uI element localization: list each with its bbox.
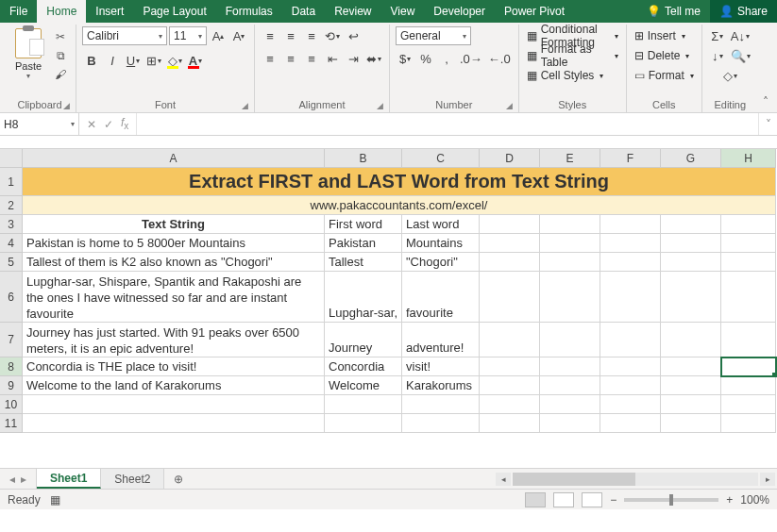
- zoom-slider[interactable]: [624, 498, 718, 502]
- col-header-f[interactable]: F: [600, 149, 661, 168]
- zoom-in-button[interactable]: +: [726, 493, 733, 507]
- cell[interactable]: [480, 357, 540, 376]
- fill-button[interactable]: ↓▾: [708, 46, 727, 65]
- cell[interactable]: [540, 357, 600, 376]
- cell[interactable]: [480, 376, 540, 395]
- row-header[interactable]: 9: [0, 376, 23, 395]
- share-button[interactable]: 👤Share: [710, 0, 777, 23]
- cell[interactable]: Lupghar-sar, Shispare, Spantik and Rakap…: [23, 272, 325, 323]
- cell[interactable]: visit!: [402, 357, 480, 376]
- cell[interactable]: Concordia: [325, 357, 402, 376]
- sheet-tab-2[interactable]: Sheet2: [101, 469, 164, 489]
- cell[interactable]: [600, 234, 661, 253]
- cell[interactable]: [600, 357, 661, 376]
- decrease-indent-button[interactable]: ⇤: [323, 49, 342, 68]
- tab-view[interactable]: View: [381, 0, 425, 23]
- tab-data[interactable]: Data: [282, 0, 325, 23]
- cell[interactable]: [661, 357, 721, 376]
- active-cell[interactable]: [721, 357, 776, 376]
- col-header-e[interactable]: E: [540, 149, 600, 168]
- cell[interactable]: [23, 395, 325, 414]
- scroll-left-button[interactable]: ◂: [496, 473, 511, 486]
- paste-button[interactable]: Paste ▾: [9, 26, 47, 97]
- decrease-decimal-button[interactable]: ←.0: [486, 49, 513, 68]
- col-header-g[interactable]: G: [661, 149, 721, 168]
- row-header[interactable]: 8: [0, 357, 23, 376]
- col-header-c[interactable]: C: [402, 149, 480, 168]
- scroll-thumb[interactable]: [513, 473, 635, 486]
- cell[interactable]: [600, 323, 661, 357]
- tab-power-pivot[interactable]: Power Pivot: [495, 0, 574, 23]
- accounting-button[interactable]: $▾: [396, 49, 414, 68]
- expand-formula-bar-button[interactable]: ˅: [758, 113, 777, 135]
- cell-title[interactable]: Extract FIRST and LAST Word from Text St…: [23, 168, 776, 196]
- cell[interactable]: [480, 395, 540, 414]
- border-button[interactable]: ⊞▾: [144, 51, 163, 70]
- cell[interactable]: Journey has just started. With 91 peaks …: [23, 323, 325, 357]
- cell[interactable]: [721, 234, 776, 253]
- sort-filter-button[interactable]: A↓▾: [729, 26, 752, 45]
- italic-button[interactable]: I: [103, 51, 122, 70]
- cell[interactable]: [540, 215, 600, 234]
- dialog-launcher-icon[interactable]: ◢: [242, 101, 248, 110]
- cell[interactable]: "Chogori": [402, 253, 480, 272]
- cell[interactable]: [600, 414, 661, 433]
- align-left-button[interactable]: ≡: [261, 49, 279, 68]
- fx-button[interactable]: fx: [121, 116, 128, 131]
- dialog-launcher-icon[interactable]: ◢: [377, 101, 383, 110]
- dialog-launcher-icon[interactable]: ◢: [506, 101, 513, 110]
- cell[interactable]: Welcome to the land of Karakorums: [23, 376, 325, 395]
- cell[interactable]: [480, 234, 540, 253]
- row-header[interactable]: 7: [0, 323, 23, 357]
- tab-insert[interactable]: Insert: [86, 0, 133, 23]
- cell[interactable]: [540, 323, 600, 357]
- row-header[interactable]: 10: [0, 395, 23, 414]
- tab-formulas[interactable]: Formulas: [216, 0, 282, 23]
- autosum-button[interactable]: Σ▾: [708, 26, 727, 45]
- zoom-level[interactable]: 100%: [740, 493, 769, 507]
- cell[interactable]: Tallest: [325, 253, 402, 272]
- row-header[interactable]: 6: [0, 272, 23, 323]
- align-center-button[interactable]: ≡: [281, 49, 300, 68]
- cell[interactable]: Journey: [325, 323, 402, 357]
- format-painter-button[interactable]: 🖌: [51, 66, 70, 83]
- tell-me[interactable]: 💡Tell me: [637, 0, 710, 23]
- cell[interactable]: Pakistan is home to 5 8000er Mountains: [23, 234, 325, 253]
- dialog-launcher-icon[interactable]: ◢: [63, 101, 70, 110]
- decrease-font-button[interactable]: A▾: [229, 26, 248, 45]
- worksheet-grid[interactable]: A B C D E F G H 1 Extract FIRST and LAST…: [0, 149, 777, 468]
- normal-view-button[interactable]: [525, 492, 546, 507]
- cell[interactable]: [540, 253, 600, 272]
- cell[interactable]: [721, 253, 776, 272]
- cell[interactable]: [661, 323, 721, 357]
- bold-button[interactable]: B: [82, 51, 101, 70]
- tab-review[interactable]: Review: [325, 0, 380, 23]
- font-name-combo[interactable]: Calibri▾: [82, 26, 167, 45]
- cell[interactable]: [661, 253, 721, 272]
- find-select-button[interactable]: 🔍▾: [729, 46, 752, 65]
- row-header[interactable]: 4: [0, 234, 23, 253]
- cell[interactable]: [600, 253, 661, 272]
- row-header[interactable]: 2: [0, 196, 23, 215]
- row-header[interactable]: 11: [0, 414, 23, 433]
- name-box[interactable]: H8▾: [0, 113, 79, 135]
- cell[interactable]: [480, 253, 540, 272]
- cell[interactable]: [325, 414, 402, 433]
- cell[interactable]: [402, 395, 480, 414]
- tab-home[interactable]: Home: [37, 0, 86, 23]
- comma-button[interactable]: ,: [437, 49, 456, 68]
- font-size-combo[interactable]: 11▾: [169, 26, 207, 45]
- cancel-formula-button[interactable]: ✕: [87, 118, 96, 131]
- cell[interactable]: Pakistan: [325, 234, 402, 253]
- cell[interactable]: [540, 234, 600, 253]
- cell[interactable]: [480, 414, 540, 433]
- cell-url[interactable]: www.pakaccountants.com/excel/: [23, 196, 776, 215]
- horizontal-scrollbar[interactable]: ◂ ▸: [494, 469, 777, 489]
- tab-file[interactable]: File: [0, 0, 37, 23]
- cell[interactable]: Last word: [402, 215, 480, 234]
- cell[interactable]: Karakorums: [402, 376, 480, 395]
- cell[interactable]: [600, 272, 661, 323]
- align-top-button[interactable]: ≡: [261, 26, 279, 45]
- cell[interactable]: Text String: [23, 215, 325, 234]
- row-header[interactable]: 3: [0, 215, 23, 234]
